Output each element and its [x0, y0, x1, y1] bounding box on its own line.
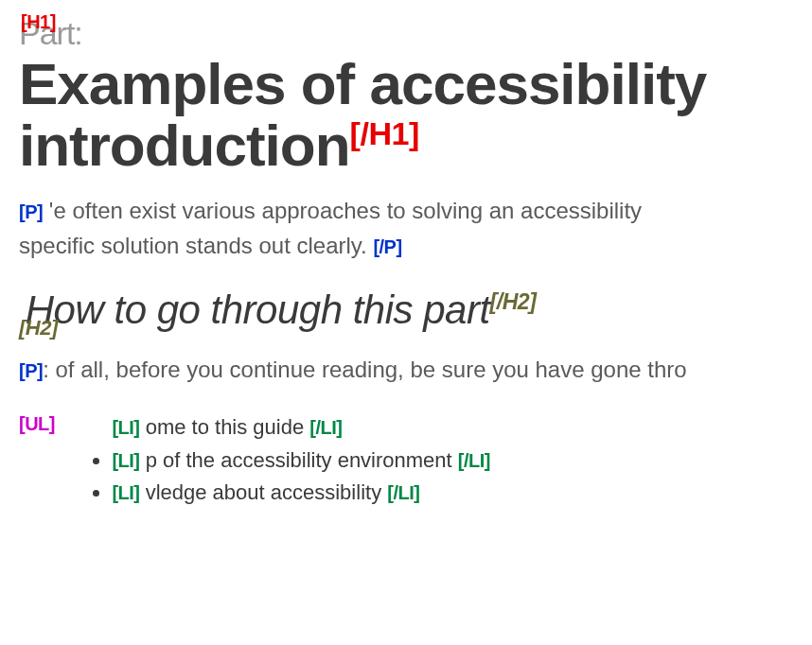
part-label: Part:	[19, 17, 812, 51]
tag-p-open-1: [P]	[19, 201, 43, 222]
title-line-1: Examples of accessibility	[19, 51, 706, 116]
tag-h2-open: [H2]	[19, 316, 58, 340]
list-item-2-text: p of the accessibility environment	[146, 448, 452, 472]
list-item: [LI] ome to this guide [/LI]	[112, 411, 490, 444]
tag-li-open-1: [LI]	[112, 417, 139, 438]
tag-h1-open: [H1]	[21, 11, 56, 33]
tag-h1-close: [/H1]	[350, 115, 419, 151]
section-heading: [H2]How to go through this part[/H2]	[19, 288, 812, 333]
tag-li-close-3: [/LI]	[387, 482, 419, 503]
para2-text: : of all, before you continue reading, b…	[43, 357, 686, 382]
tag-p-close-1: [/P]	[373, 236, 401, 257]
para1-frag1: 'e often exist various approaches to sol…	[49, 198, 642, 223]
tag-li-close-1: [/LI]	[309, 417, 342, 438]
heading2-text: How to go through this part	[26, 288, 490, 332]
tag-p-open-2: [P]	[19, 360, 43, 381]
tag-li-open-2: [LI]	[112, 450, 139, 471]
list-item: [LI] vledge about accessibility [/LI]	[112, 477, 490, 509]
instruction-paragraph: [P]: of all, before you continue reading…	[19, 352, 812, 387]
tag-ul-open: [UL]	[19, 413, 55, 435]
list-item-1-text: ome to this guide	[146, 415, 305, 439]
title-line-2: introduction	[19, 113, 350, 178]
tag-h2-close: [/H2]	[490, 289, 537, 314]
page-title: Part: Examples of accessibility introduc…	[19, 17, 812, 176]
para1-frag2: specific solution stands out clearly.	[19, 233, 367, 258]
tag-li-open-3: [LI]	[112, 482, 139, 503]
list-item: [LI] p of the accessibility environment …	[112, 445, 490, 477]
prerequisite-list: [LI] ome to this guide [/LI] [LI] p of t…	[64, 411, 490, 508]
list-item-3-text: vledge about accessibility	[146, 480, 381, 504]
tag-li-close-2: [/LI]	[458, 450, 490, 471]
intro-paragraph: [P] 'e often exist various approaches to…	[19, 193, 812, 263]
